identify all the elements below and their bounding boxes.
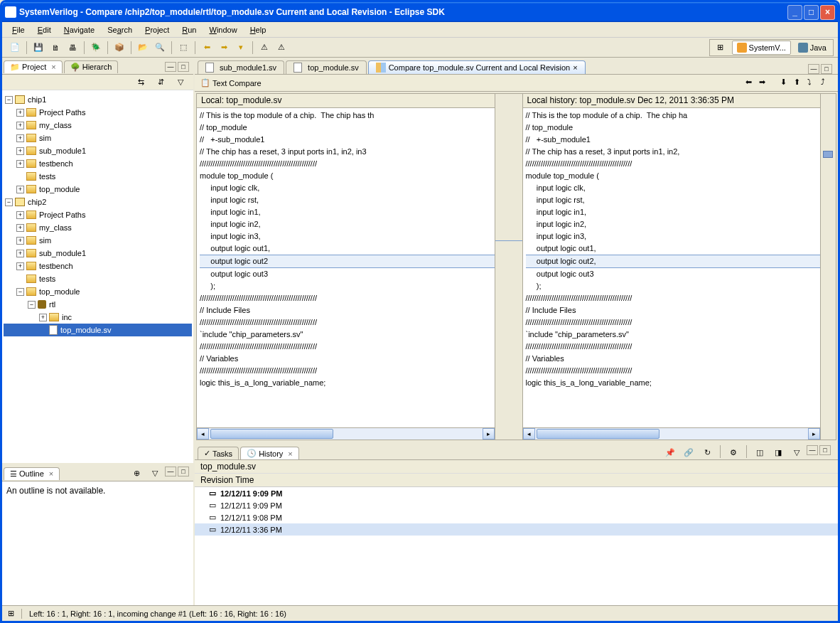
right-code-area[interactable]: // This is the top module of a chip. The… [523,108,821,427]
link-button[interactable]: 🔗 [682,445,696,459]
editor-tab-top-module[interactable]: top_module.sv [286,60,367,74]
view-menu-button[interactable]: ▽ [173,75,188,90]
tree-sim2[interactable]: sim [39,236,51,245]
tab-hierarchy[interactable]: 🌳 Hierarch [64,60,119,73]
debug-button[interactable]: 🪲 [89,41,103,55]
tree-tests[interactable]: tests [39,172,55,181]
close-button[interactable]: × [820,5,835,20]
tree-project-paths2[interactable]: Project Paths [39,211,85,219]
prev-diff-button[interactable]: ⬆ [794,78,805,89]
menu-search[interactable]: Search [102,24,138,36]
nav-back-button[interactable]: ⬅ [200,41,214,55]
history-list[interactable]: ▭12/12/11 9:09 PM▭12/12/11 9:09 PM▭12/12… [195,487,838,605]
pin-button[interactable]: 📌 [663,445,677,459]
tree-chip2[interactable]: chip2 [28,198,46,206]
close-icon[interactable]: × [51,63,55,71]
copy-right-button[interactable]: ➡ [759,78,770,89]
search-button[interactable]: 🔍 [153,41,167,55]
mode-2-button[interactable]: ◨ [771,445,785,459]
scroll-thumb[interactable] [210,429,333,439]
left-code-area[interactable]: // This is the top module of a chip. The… [197,108,495,427]
maximize-button[interactable]: □ [804,5,819,20]
history-column-header[interactable]: Revision Time [195,474,838,487]
perspective-java[interactable]: Java [794,41,831,54]
editor-tab-sub-module1[interactable]: sub_module1.sv [198,60,284,74]
maximize-view-button[interactable]: □ [178,467,189,476]
tree-top-module[interactable]: top_module [39,185,80,193]
tab-history[interactable]: 🕓 History × [240,447,299,459]
right-hscroll[interactable]: ◂ ▸ [523,427,821,440]
tree-top-module2[interactable]: top_module [39,287,80,296]
menu-window[interactable]: Window [203,24,242,36]
tree-sub-module1-2[interactable]: sub_module1 [39,249,86,257]
scroll-right-button[interactable]: ▸ [808,428,820,440]
menu-navigate[interactable]: Navigate [58,24,100,36]
filter-button[interactable]: ⚙ [726,445,741,459]
tree-testbench2[interactable]: testbench [39,262,73,270]
minimize-view-button[interactable]: — [807,445,818,455]
open-type-button[interactable]: 📂 [136,41,150,55]
scroll-left-button[interactable]: ◂ [197,428,209,440]
copy-left-button[interactable]: ⬅ [745,78,757,89]
tree-project-paths[interactable]: Project Paths [39,108,85,117]
view-menu-button[interactable]: ▽ [790,445,804,459]
overview-diff-marker[interactable] [823,151,833,158]
toggle-button[interactable]: ⬚ [176,41,190,55]
open-perspective-button[interactable]: ⊞ [714,41,728,55]
minimize-editor-button[interactable]: — [808,64,819,74]
menu-edit[interactable]: Edit [32,24,57,36]
history-row[interactable]: ▭12/12/11 9:08 PM [195,511,838,523]
project-tree[interactable]: −chip1 +Project Paths +my_class +sim +su… [2,90,193,463]
scroll-right-button[interactable]: ▸ [483,428,495,440]
menu-file[interactable]: File [6,24,31,36]
tree-top-module-sv[interactable]: top_module.sv [60,326,112,334]
prev-change-button[interactable]: ⤴ [821,78,832,89]
maximize-editor-button[interactable]: □ [821,64,832,74]
close-icon[interactable]: × [49,469,53,478]
tree-sim[interactable]: sim [39,134,51,142]
next-change-button[interactable]: ⤵ [807,78,819,89]
menu-run[interactable]: Run [176,24,202,36]
nav-drop-button[interactable]: ▾ [234,41,248,55]
minimize-view-button[interactable]: — [165,62,176,72]
tab-outline[interactable]: ☰ Outline × [4,467,60,480]
save-button[interactable]: 💾 [31,41,45,55]
history-row[interactable]: ▭12/12/11 9:09 PM [195,499,838,511]
outline-tool-1[interactable]: ⊕ [129,467,144,481]
maximize-view-button[interactable]: □ [819,445,831,455]
history-row[interactable]: ▭12/12/11 3:36 PM [195,523,838,536]
tree-inc[interactable]: inc [62,313,72,321]
new-button[interactable]: 📄 [8,41,22,55]
diff-overview-ruler[interactable] [820,94,836,440]
scroll-left-button[interactable]: ◂ [523,428,535,440]
maximize-view-button[interactable]: □ [178,62,189,72]
warn-prev-icon[interactable]: ⚠ [257,41,271,55]
scroll-thumb[interactable] [537,429,659,439]
collapse-all-button[interactable]: ⇆ [134,75,148,90]
history-row[interactable]: ▭12/12/11 9:09 PM [195,487,838,499]
save-all-button[interactable]: 🗎 [48,41,63,55]
editor-tab-compare[interactable]: Compare top_module.sv Current and Local … [368,60,586,74]
tree-tests2[interactable]: tests [39,275,55,283]
nav-fwd-button[interactable]: ➡ [217,41,231,55]
perspective-systemverilog[interactable]: SystemV... [732,41,791,55]
tree-my-class[interactable]: my_class [39,121,72,129]
warn-next-icon[interactable]: ⚠ [274,41,289,55]
print-button[interactable]: 🖶 [65,41,80,55]
tree-sub-module1[interactable]: sub_module1 [39,147,86,155]
tab-project[interactable]: 📁 Project × [4,60,63,73]
refresh-button[interactable]: ↻ [700,445,714,459]
tree-my-class2[interactable]: my_class [39,223,72,232]
mode-1-button[interactable]: ◫ [753,445,767,459]
tree-testbench[interactable]: testbench [39,159,73,168]
menu-help[interactable]: Help [244,24,272,36]
tab-tasks[interactable]: ✓ Tasks [198,447,239,459]
link-editor-button[interactable]: ⇵ [154,75,168,90]
tree-chip1[interactable]: chip1 [28,95,46,104]
build-button[interactable]: 📦 [112,41,126,55]
minimize-button[interactable]: _ [787,5,802,20]
next-diff-button[interactable]: ⬇ [780,78,792,89]
left-hscroll[interactable]: ◂ ▸ [197,427,495,440]
outline-menu-button[interactable]: ▽ [148,467,162,481]
tree-rtl[interactable]: rtl [49,300,55,309]
